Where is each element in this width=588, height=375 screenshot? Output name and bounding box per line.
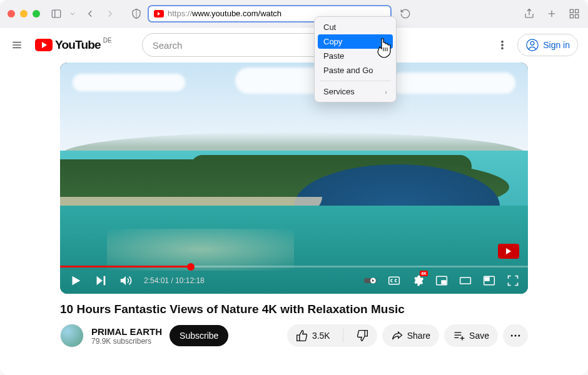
channel-block[interactable]: PRIMAL EARTH 79.9K subscribers xyxy=(60,324,162,348)
svg-marker-25 xyxy=(97,276,103,286)
context-menu-paste-go[interactable]: Paste and Go xyxy=(315,63,396,78)
video-thumbnail xyxy=(60,62,528,294)
svg-rect-31 xyxy=(389,277,400,284)
save-button[interactable]: Save xyxy=(444,324,498,347)
tab-overview-icon[interactable] xyxy=(568,8,580,20)
miniplayer-button[interactable] xyxy=(435,274,448,287)
channel-watermark-icon[interactable] xyxy=(498,244,519,259)
youtube-wordmark: YouTube xyxy=(55,38,101,52)
volume-button[interactable] xyxy=(119,274,133,288)
svg-point-43 xyxy=(515,335,517,337)
cursor-pointer-icon xyxy=(375,38,393,59)
channel-avatar[interactable] xyxy=(60,324,84,348)
svg-point-19 xyxy=(502,41,503,42)
chevron-right-icon: › xyxy=(385,88,387,96)
player-controls: 2:54:01 / 10:12:18 4K xyxy=(60,268,528,294)
svg-rect-26 xyxy=(104,276,106,286)
svg-rect-5 xyxy=(570,9,573,12)
svg-rect-34 xyxy=(460,278,471,284)
video-title: 10 Hours Fantastic Views of Nature 4K wi… xyxy=(60,302,528,316)
country-code: DE xyxy=(103,37,112,44)
quality-badge: 4K xyxy=(420,271,428,276)
maximize-window-button[interactable] xyxy=(33,10,40,18)
svg-point-21 xyxy=(502,48,503,49)
svg-rect-0 xyxy=(52,10,61,18)
settings-menu-icon[interactable] xyxy=(496,39,509,51)
svg-point-23 xyxy=(530,41,534,45)
svg-rect-8 xyxy=(575,14,579,18)
svg-point-44 xyxy=(518,335,520,337)
back-button[interactable] xyxy=(84,8,96,20)
fullscreen-button[interactable] xyxy=(507,274,519,287)
svg-marker-27 xyxy=(121,276,126,286)
like-dislike-group: 3.5K xyxy=(287,324,377,347)
youtube-favicon-icon xyxy=(154,10,164,18)
sidebar-toggle-icon[interactable] xyxy=(50,8,63,20)
youtube-logo-icon xyxy=(35,39,53,51)
svg-rect-33 xyxy=(442,281,446,284)
more-actions-button[interactable] xyxy=(503,324,528,347)
context-menu: Cut Copy Paste Paste and Go Services › xyxy=(314,16,397,102)
svg-point-20 xyxy=(502,44,503,46)
share-icon[interactable] xyxy=(523,8,535,20)
hamburger-menu-icon[interactable] xyxy=(10,38,24,52)
theater-button[interactable] xyxy=(459,274,472,287)
svg-point-42 xyxy=(511,335,513,337)
search-placeholder: Search xyxy=(153,40,183,51)
new-tab-button[interactable] xyxy=(545,8,558,20)
svg-rect-6 xyxy=(575,9,579,12)
autoplay-toggle[interactable] xyxy=(364,274,377,287)
youtube-masthead: YouTube DE Search Sign in xyxy=(0,28,588,62)
context-menu-separator xyxy=(320,81,391,81)
signin-button[interactable]: Sign in xyxy=(517,34,578,56)
svg-marker-24 xyxy=(73,276,81,286)
channel-name[interactable]: PRIMAL EARTH xyxy=(91,326,162,337)
video-info: 10 Hours Fantastic Views of Nature 4K wi… xyxy=(0,294,588,348)
settings-button[interactable]: 4K xyxy=(412,274,424,287)
subscribe-button[interactable]: Subscribe xyxy=(170,325,228,346)
svg-rect-7 xyxy=(570,14,573,18)
playlist-add-icon xyxy=(453,329,465,342)
dislike-button[interactable] xyxy=(347,324,377,347)
time-display: 2:54:01 / 10:12:18 xyxy=(144,276,205,285)
svg-rect-36 xyxy=(485,278,489,281)
pip-button[interactable] xyxy=(483,274,495,287)
next-button[interactable] xyxy=(94,274,108,288)
user-icon xyxy=(525,38,539,52)
context-menu-cut[interactable]: Cut xyxy=(315,20,396,34)
minimize-window-button[interactable] xyxy=(20,10,28,18)
video-player[interactable]: 2:54:01 / 10:12:18 4K xyxy=(60,62,528,294)
thumbs-up-icon xyxy=(296,329,308,342)
search-input[interactable]: Search xyxy=(142,33,337,57)
window-controls xyxy=(8,10,40,18)
chevron-down-icon[interactable] xyxy=(69,8,76,20)
subscriber-count: 79.9K subscribers xyxy=(91,337,162,346)
like-button[interactable]: 3.5K xyxy=(287,324,339,347)
share-arrow-icon xyxy=(391,329,403,342)
play-button[interactable] xyxy=(69,274,83,288)
youtube-logo[interactable]: YouTube DE xyxy=(35,38,112,52)
reload-button[interactable] xyxy=(399,8,412,20)
captions-button[interactable] xyxy=(388,274,400,287)
thumbs-down-icon xyxy=(356,329,368,342)
url-text: https://www.youtube.com/watch xyxy=(168,9,281,18)
dots-horizontal-icon xyxy=(509,329,522,342)
privacy-shield-icon[interactable] xyxy=(130,8,143,20)
close-window-button[interactable] xyxy=(8,10,15,18)
forward-button[interactable] xyxy=(104,8,116,20)
browser-toolbar: https://www.youtube.com/watch xyxy=(0,0,588,28)
share-button[interactable]: Share xyxy=(382,324,439,347)
player-area: 2:54:01 / 10:12:18 4K xyxy=(0,62,588,294)
context-menu-services[interactable]: Services › xyxy=(315,84,396,99)
